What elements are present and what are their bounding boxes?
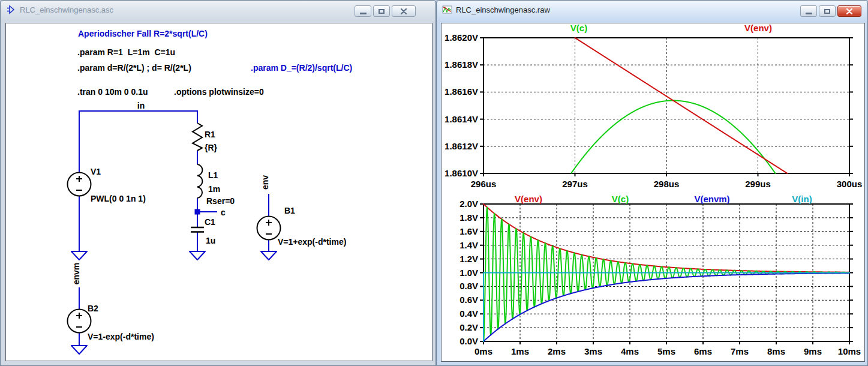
bottom-x-tick-label: 3ms — [584, 346, 602, 356]
close-button[interactable] — [837, 5, 861, 17]
b2-value-label[interactable]: V=1-exp(-d*time) — [88, 332, 154, 341]
net-label-envm[interactable]: envm — [71, 263, 81, 285]
schematic-window: RLC_einschwingenasc.asc Aperiodischer Fa… — [0, 0, 436, 366]
close-icon — [846, 8, 852, 14]
top-legend-vc[interactable]: V(c) — [570, 23, 587, 33]
directive-tran[interactable]: .tran 0 10m 0 0.1u — [77, 87, 148, 97]
bottom-x-tick-label: 9ms — [804, 346, 822, 356]
bottom-y-tick-label: 1.8V — [459, 212, 478, 223]
ground-symbol-b1[interactable] — [261, 251, 277, 260]
r1-value-label[interactable]: {R} — [205, 143, 218, 152]
top-x-tick-label: 297us — [562, 179, 588, 189]
bottom-y-tick-label: 0.2V — [459, 322, 478, 332]
bottom-x-tick-label: 10ms — [838, 346, 861, 356]
bottom-y-tick-label: 0.6V — [459, 295, 478, 305]
minimize-button[interactable] — [355, 5, 371, 17]
bottom-legend-venvm[interactable]: V(envm) — [694, 194, 729, 204]
bottom-x-tick-label: 0ms — [474, 346, 492, 356]
c1-ref-label[interactable]: C1 — [205, 217, 215, 227]
junction-node-c[interactable] — [195, 209, 200, 215]
v1-ref-label[interactable]: V1 — [91, 167, 101, 176]
bottom-x-tick-label: 4ms — [621, 346, 639, 356]
ground-symbol-v1[interactable] — [71, 251, 87, 260]
bottom-legend-venv[interactable]: V(env) — [515, 194, 542, 204]
capacitor-symbol[interactable] — [191, 227, 204, 232]
bottom-x-tick-label: 6ms — [694, 346, 712, 356]
bottom-legend-vin[interactable]: V(in) — [792, 194, 812, 204]
bottom-y-tick-label: 2.0V — [459, 199, 478, 209]
top-x-tick-label: 296us — [471, 179, 497, 189]
waveform-window-title: RLC_einschwingenasc.raw — [456, 5, 550, 14]
top-y-tick-label: 1.8620V — [444, 32, 478, 43]
r1-ref-label[interactable]: R1 — [205, 130, 215, 139]
ground-symbol-b2[interactable] — [71, 346, 87, 354]
top-pane: 296us297us298us299us300us1.8620V1.8618V1… — [444, 23, 862, 189]
c1-value-label[interactable]: 1u — [206, 236, 215, 245]
bottom-y-tick-label: 1.0V — [459, 268, 478, 278]
top-legend-venv[interactable]: V(env) — [744, 23, 772, 33]
bottom-y-tick-label: 0.4V — [459, 308, 478, 319]
bottom-y-tick-label: 1.2V — [459, 254, 478, 264]
bottom-y-tick-label: 1.4V — [459, 240, 478, 250]
bottom-y-tick-label: 1.6V — [459, 226, 478, 236]
ltspice-schematic-icon — [6, 5, 17, 14]
b1-value-label[interactable]: V=1+exp(-d*time) — [278, 237, 346, 247]
l1-ref-label[interactable]: L1 — [208, 170, 218, 180]
bottom-y-tick-label: 0.0V — [459, 336, 478, 346]
bottom-y-tick-label: 0.8V — [459, 281, 478, 291]
top-y-tick-label: 1.8614V — [444, 114, 478, 124]
maximize-button[interactable] — [373, 5, 390, 17]
maximize-icon — [824, 9, 830, 14]
b2-ref-label[interactable]: B2 — [88, 304, 98, 313]
top-x-tick-label: 299us — [745, 179, 771, 189]
waveform-canvas[interactable]: 296us297us298us299us300us1.8620V1.8618V1… — [441, 23, 865, 362]
directive-options[interactable]: .options plotwinsize=0 — [174, 87, 264, 97]
top-y-tick-label: 1.8616V — [444, 86, 478, 97]
minimize-icon — [806, 13, 812, 14]
directive-param-2[interactable]: .param d=R/(2*L) ; d= R/(2*L) — [77, 63, 191, 73]
schematic-window-title: RLC_einschwingenasc.asc — [20, 5, 113, 14]
schematic-comment[interactable]: Aperiodischer Fall R=2*sqrt(L/C) — [78, 29, 208, 38]
bottom-x-tick-label: 1ms — [511, 346, 529, 356]
bottom-x-tick-label: 8ms — [767, 346, 785, 356]
minimize-button[interactable] — [800, 5, 817, 17]
schematic-canvas[interactable]: Aperiodischer Fall R=2*sqrt(L/C) .param … — [5, 23, 433, 361]
bottom-pane: 0ms1ms2ms3ms4ms5ms6ms7ms8ms9ms10ms2.0V1.… — [459, 194, 861, 356]
waveform-window: RLC_einschwingenasc.raw 296us297us298us2… — [436, 0, 868, 366]
directive-param-3[interactable]: .param D_=(R/2)/sqrt(L/C) — [251, 63, 352, 73]
top-y-tick-label: 1.8610V — [444, 168, 478, 178]
minimize-icon — [360, 13, 367, 14]
l1-rser-label[interactable]: Rser=0 — [206, 196, 235, 206]
waveform-icon — [442, 5, 453, 14]
inductor-symbol[interactable] — [197, 164, 202, 198]
ground-symbol-c1[interactable] — [190, 251, 205, 260]
bottom-x-tick-label: 7ms — [731, 346, 749, 356]
net-label-c[interactable]: c — [221, 208, 226, 217]
waveform-titlebar[interactable]: RLC_einschwingenasc.raw — [437, 1, 867, 22]
bottom-x-tick-label: 5ms — [657, 346, 675, 356]
l1-value-label[interactable]: 1m — [208, 184, 220, 194]
maximize-icon — [379, 9, 385, 14]
top-y-tick-label: 1.8618V — [444, 59, 478, 70]
bottom-legend-vc[interactable]: V(c) — [612, 194, 629, 204]
v1-value-label[interactable]: PWL(0 0 1n 1) — [91, 194, 146, 203]
close-button[interactable] — [392, 5, 416, 17]
maximize-button[interactable] — [819, 5, 836, 17]
resistor-symbol[interactable] — [193, 123, 202, 151]
net-label-env[interactable]: env — [260, 175, 270, 190]
b1-ref-label[interactable]: B1 — [284, 206, 295, 215]
top-x-tick-label: 300us — [837, 179, 863, 189]
directive-param-1[interactable]: .param R=1 L=1m C=1u — [77, 47, 175, 57]
bottom-x-tick-label: 2ms — [548, 346, 566, 356]
top-y-tick-label: 1.8612V — [444, 141, 478, 151]
wires — [79, 111, 269, 346]
close-icon — [401, 8, 407, 14]
schematic-titlebar[interactable]: RLC_einschwingenasc.asc — [1, 1, 435, 22]
net-label-in[interactable]: in — [137, 101, 145, 110]
top-x-tick-label: 298us — [654, 179, 680, 189]
